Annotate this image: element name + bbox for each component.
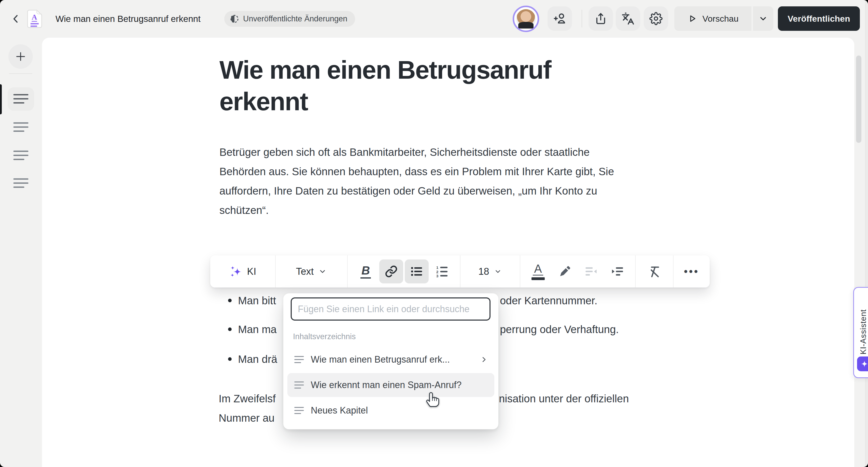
clear-formatting-button[interactable]	[636, 255, 674, 288]
chevron-right-icon	[480, 356, 488, 363]
sidebar-page-2[interactable]	[8, 116, 34, 139]
link-popup: Inhaltsverzeichnis Wie man einen Betrugs…	[283, 293, 498, 429]
preview-options-button[interactable]	[753, 6, 773, 31]
highlight-button[interactable]	[553, 260, 577, 284]
chevron-down-icon	[318, 267, 327, 276]
outdent-button[interactable]	[579, 260, 603, 284]
toc-item-2[interactable]: Wie erkennt man einen Spam-Anruf?	[287, 373, 494, 397]
sidebar-page-4[interactable]	[8, 172, 34, 195]
page-lines-icon	[13, 121, 29, 134]
doc-intro-paragraph: Betrüger geben sich oft als Bankmitarbei…	[219, 143, 614, 220]
text-style-value: Text	[296, 266, 314, 277]
avatar-photo	[516, 9, 535, 29]
invite-collaborator-button[interactable]	[548, 6, 572, 31]
formatting-toolbar: KI Text B	[210, 255, 710, 288]
sidebar-page-3[interactable]	[8, 144, 34, 167]
gear-icon	[649, 12, 662, 25]
ai-menu-button[interactable]: KI	[210, 255, 276, 288]
svg-text:A: A	[32, 13, 37, 21]
ai-sparkle-icon	[857, 356, 868, 371]
bullet-marker	[228, 357, 231, 361]
share-icon	[594, 12, 607, 25]
scrollbar-thumb[interactable]	[856, 56, 861, 143]
avatar[interactable]	[513, 6, 539, 32]
bold-icon: B	[361, 264, 371, 278]
chevron-down-icon	[494, 267, 502, 275]
outdent-icon	[584, 265, 598, 278]
bullet-list-button[interactable]	[405, 260, 429, 284]
ai-assistant-label: KI-Assistent	[859, 294, 868, 354]
window-edge	[865, 0, 868, 467]
ai-menu-label: KI	[247, 266, 256, 277]
ai-assistant-tab[interactable]: KI-Assistent	[853, 287, 868, 378]
text-color-icon: A	[531, 263, 545, 280]
header-divider	[582, 10, 582, 28]
back-button[interactable]	[10, 13, 22, 25]
sparkles-icon	[229, 265, 243, 278]
page-lines-icon	[13, 149, 29, 162]
toc-item-1[interactable]: Wie man einen Betrugsanruf erk...	[287, 348, 494, 372]
bullet-list-icon	[410, 265, 424, 278]
bullet-marker	[228, 299, 231, 302]
link-input[interactable]	[291, 297, 491, 321]
plus-icon	[15, 51, 27, 62]
highlighter-icon	[558, 265, 571, 278]
bullet-marker	[228, 327, 231, 331]
numbered-list-icon: 123	[435, 265, 449, 278]
translate-icon	[621, 12, 635, 26]
more-options-button[interactable]: •••	[674, 255, 710, 288]
sidebar-divider	[9, 73, 32, 74]
toc-item-3[interactable]: Neues Kapitel	[287, 399, 494, 422]
chevron-left-icon	[10, 13, 22, 25]
link-icon	[384, 265, 398, 278]
numbered-list-button[interactable]: 123	[430, 260, 454, 284]
add-person-icon	[553, 12, 567, 26]
document-logo-icon: A	[27, 9, 43, 29]
play-icon	[687, 13, 698, 24]
page-lines-icon	[13, 177, 29, 190]
text-style-dropdown[interactable]: Text	[276, 255, 348, 288]
color-indent-group: A	[520, 255, 636, 288]
unpublished-changes-icon	[230, 14, 239, 23]
status-badge-label: Unveröffentlichte Änderungen	[243, 14, 347, 23]
translate-button[interactable]	[616, 6, 640, 31]
text-color-button[interactable]: A	[526, 260, 550, 284]
svg-text:2: 2	[436, 270, 438, 274]
indent-icon	[611, 265, 624, 278]
more-icon: •••	[684, 266, 699, 277]
svg-text:1: 1	[436, 265, 438, 270]
svg-text:3: 3	[436, 274, 438, 278]
doc-heading: Wie man einen Betrugsanruf erkennt	[219, 54, 551, 117]
add-page-button[interactable]	[8, 44, 33, 69]
popup-section-label: Inhaltsverzeichnis	[293, 332, 355, 341]
page-lines-icon	[13, 93, 29, 106]
bold-button[interactable]: B	[354, 260, 378, 284]
publish-button[interactable]: Veröffentlichen	[778, 6, 860, 31]
preview-button[interactable]: Vorschau	[674, 6, 751, 31]
indent-button[interactable]	[606, 260, 629, 284]
chevron-down-icon	[758, 13, 768, 24]
publish-button-label: Veröffentlichen	[787, 14, 850, 24]
font-size-dropdown[interactable]: 18	[461, 255, 520, 288]
app-window: A Wie man einen Betrugsanruf erkennt Unv…	[0, 0, 868, 467]
status-badge: Unveröffentlichte Änderungen	[224, 11, 355, 27]
sidebar-page-1[interactable]	[8, 87, 34, 111]
chapter-icon	[294, 406, 304, 415]
settings-button[interactable]	[644, 6, 668, 31]
clear-formatting-icon	[648, 265, 661, 278]
preview-button-label: Vorschau	[703, 14, 739, 24]
link-button[interactable]	[379, 260, 403, 284]
mouse-cursor-pointer	[425, 390, 441, 408]
active-page-edge-indicator	[0, 84, 2, 114]
chapter-icon	[294, 355, 304, 364]
chapter-icon	[294, 381, 304, 389]
format-group: B 123	[348, 255, 461, 288]
font-size-value: 18	[478, 266, 489, 277]
page-title: Wie man einen Betrugsanruf erkennt	[56, 14, 200, 24]
share-button[interactable]	[589, 6, 613, 31]
